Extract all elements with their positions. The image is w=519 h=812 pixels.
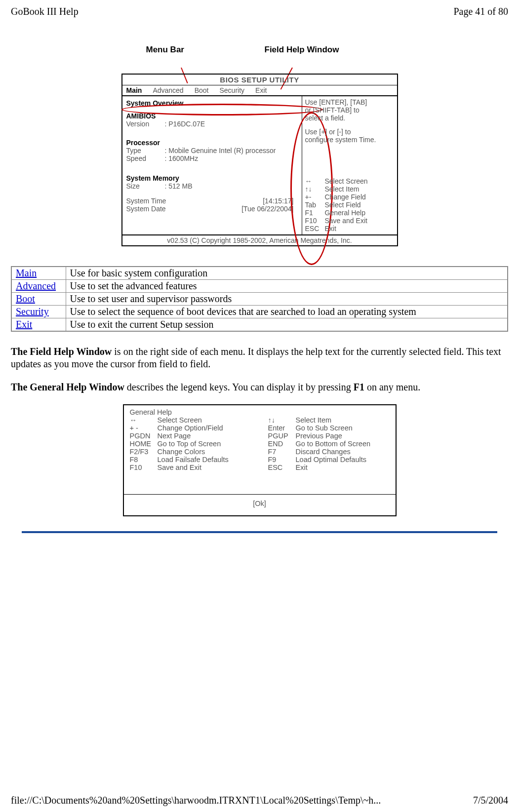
bios-version-value: : P16DC.07E — [165, 120, 205, 128]
link-main[interactable]: Main — [16, 268, 37, 278]
bios-version-label: Version — [126, 120, 165, 128]
nav-text: Exit — [325, 225, 336, 232]
bios-size-label: Size — [126, 182, 165, 190]
help-key: ESC — [268, 464, 296, 471]
bios-help-line: Use [ENTER], [TAB] — [305, 98, 394, 106]
help-key: HOME — [130, 440, 158, 448]
help-key: END — [268, 440, 296, 448]
table-row: Security Use to select the sequence of b… — [11, 306, 508, 318]
help-text: Load Failsafe Defaults — [158, 456, 229, 464]
help-key: PGUP — [268, 432, 296, 440]
help-text: Go to Top of Screen — [158, 440, 221, 448]
bios-systime-value: [14:15:17] — [263, 197, 293, 205]
nav-text: Select Item — [325, 185, 359, 193]
help-text: Select Screen — [158, 416, 202, 424]
link-advanced[interactable]: Advanced — [16, 280, 56, 291]
table-desc: Use to exit the current Setup session — [66, 318, 508, 332]
help-text: Load Optimal Defaults — [296, 456, 366, 464]
bios-section-memory: System Memory — [126, 174, 298, 182]
bios-sysdate-value: [Tue 06/22/2004] — [241, 205, 293, 213]
bios-help-line: Use [+] or [-] to — [305, 128, 394, 136]
nav-key: F10 — [305, 217, 325, 225]
bios-type-value: : Mobile Genuine Intel (R) processor — [165, 147, 276, 155]
link-security[interactable]: Security — [16, 306, 49, 317]
help-text: Change Option/Field — [158, 424, 223, 432]
paragraph-general-help: The General Help Window describes the le… — [11, 381, 508, 393]
table-desc: Use to select the sequence of boot devic… — [66, 306, 508, 318]
paragraph-field-help: The Field Help Window is on the right si… — [11, 346, 508, 370]
help-key: + - — [130, 424, 158, 432]
help-key: ↔ — [130, 416, 158, 424]
help-key: F10 — [130, 464, 158, 471]
bios-systime-label: System Time — [126, 197, 166, 205]
callout-menu-bar: Menu Bar — [146, 45, 265, 55]
callout-field-help: Field Help Window — [265, 45, 339, 55]
help-key: Enter — [268, 424, 296, 432]
footer-date: 7/5/2004 — [473, 795, 508, 806]
help-text: Discard Changes — [296, 448, 351, 456]
help-ok-button: [Ok] — [124, 494, 396, 515]
help-text: Select Item — [296, 416, 332, 424]
nav-key: +- — [305, 193, 325, 201]
help-key: ↑↓ — [268, 416, 296, 424]
table-desc: Use to set user and supervisor passwords — [66, 293, 508, 306]
page-indicator: Page 41 of 80 — [453, 6, 508, 17]
nav-key: ↔ — [305, 177, 325, 185]
bios-tab-main: Main — [126, 86, 142, 94]
bios-section-overview: System Overview — [126, 99, 298, 107]
help-dialog-title: General Help — [130, 408, 390, 416]
bios-tab-advanced: Advanced — [153, 86, 183, 94]
nav-text: Select Screen — [325, 177, 368, 185]
link-exit[interactable]: Exit — [16, 319, 32, 330]
bios-size-value: : 512 MB — [165, 182, 193, 190]
help-text: Exit — [296, 464, 308, 471]
bios-copyright: v02.53 (C) Copyright 1985-2002, American… — [122, 234, 397, 245]
table-desc: Use to set the advanced features — [66, 280, 508, 293]
table-row: Boot Use to set user and supervisor pass… — [11, 293, 508, 306]
bios-menubar: Main Advanced Boot Security Exit — [122, 85, 397, 96]
bios-section-processor: Processor — [126, 139, 298, 147]
help-text: Next Page — [158, 432, 191, 440]
help-key: F2/F3 — [130, 448, 158, 456]
link-boot[interactable]: Boot — [16, 293, 35, 304]
bios-speed-label: Speed — [126, 155, 165, 162]
help-key: PGDN — [130, 432, 158, 440]
bios-speed-value: : 1600MHz — [165, 155, 199, 162]
footer-path: file://C:\Documents%20and%20Settings\har… — [11, 795, 381, 806]
menu-description-table: Main Use for basic system configuration … — [11, 266, 508, 332]
nav-text: General Help — [325, 209, 366, 217]
bios-title: BIOS SETUP UTILITY — [122, 75, 397, 85]
bios-help-line: or [SHIFT-TAB] to — [305, 106, 394, 114]
nav-key: F1 — [305, 209, 325, 217]
bios-tab-boot: Boot — [195, 86, 209, 94]
nav-text: Select Field — [325, 201, 361, 209]
bios-tab-security: Security — [219, 86, 244, 94]
nav-text: Save and Exit — [325, 217, 367, 225]
nav-key: ↑↓ — [305, 185, 325, 193]
help-text: Change Colors — [158, 448, 205, 456]
nav-key: ESC — [305, 225, 325, 232]
bios-help-line: select a field. — [305, 114, 394, 122]
help-key: F7 — [268, 448, 296, 456]
bios-type-label: Type — [126, 147, 165, 155]
bios-section-amibios: AMIBIOS — [126, 112, 298, 120]
help-key: F9 — [268, 456, 296, 464]
help-key: F8 — [130, 456, 158, 464]
table-row: Exit Use to exit the current Setup sessi… — [11, 318, 508, 332]
nav-key: Tab — [305, 201, 325, 209]
table-row: Advanced Use to set the advanced feature… — [11, 280, 508, 293]
nav-text: Change Field — [325, 193, 366, 201]
table-row: Main Use for basic system configuration — [11, 267, 508, 280]
help-text: Go to Bottom of Screen — [296, 440, 371, 448]
bios-tab-exit: Exit — [255, 86, 267, 94]
bios-sysdate-label: System Date — [126, 205, 166, 213]
separator — [22, 531, 497, 533]
help-text: Previous Page — [296, 432, 342, 440]
help-text: Save and Exit — [158, 464, 201, 471]
bios-screenshot: BIOS SETUP UTILITY Main Advanced Boot Se… — [121, 74, 398, 246]
bios-help-line: configure system Time. — [305, 136, 394, 144]
table-desc: Use for basic system configuration — [66, 267, 508, 280]
general-help-dialog: General Help ↔Select Screen + -Change Op… — [123, 404, 397, 516]
help-text: Go to Sub Screen — [296, 424, 353, 432]
doc-title: GoBook III Help — [11, 6, 79, 17]
